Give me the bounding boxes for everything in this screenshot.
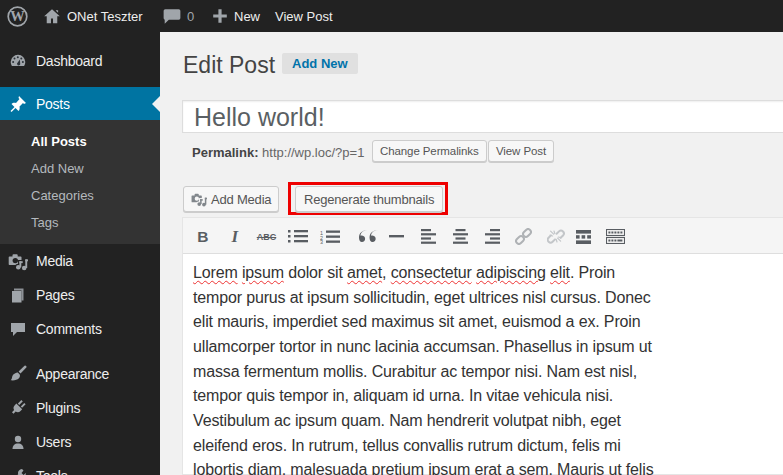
svg-text:W: W: [10, 8, 25, 24]
svg-text:3: 3: [320, 239, 323, 244]
